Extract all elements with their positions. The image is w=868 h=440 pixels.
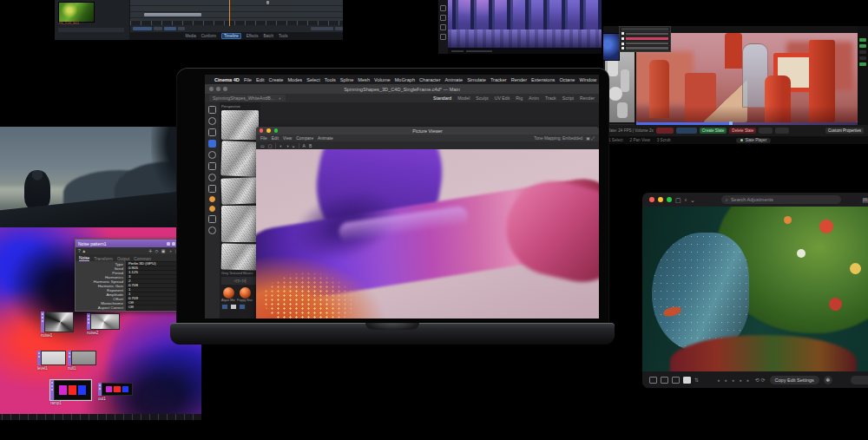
rotate-icons[interactable]: ⟲ ⟳	[755, 377, 766, 383]
menu-volume[interactable]: Volume	[374, 77, 391, 82]
tool-icon[interactable]	[440, 34, 446, 40]
transport-chip[interactable]	[466, 50, 492, 52]
move-tool-icon[interactable]	[208, 128, 216, 136]
bottom-tab[interactable]: Timeline	[221, 33, 241, 39]
tool-icon[interactable]	[440, 15, 446, 21]
status-pill[interactable]	[859, 50, 866, 54]
save-icon[interactable]: ▢	[268, 143, 273, 148]
layout-tab[interactable]: Sculpt	[476, 94, 488, 103]
bottom-tab[interactable]: Conform	[201, 34, 216, 38]
node-noise2[interactable]: noise2	[87, 313, 120, 330]
minimize-button[interactable]	[658, 197, 663, 202]
chevron-down-icon[interactable]: ⌄	[690, 197, 695, 203]
photo-editor-titlebar[interactable]: ▢ ‹ ⌄ ⌕ Search Adjustments ▤	[642, 193, 868, 207]
grid-view-icon[interactable]	[649, 377, 657, 384]
playhead[interactable]	[229, 0, 230, 26]
status-pill-green[interactable]	[859, 38, 866, 42]
bottom-tab[interactable]: Effects	[247, 34, 259, 38]
coord-dot-icon[interactable]	[209, 196, 215, 202]
custom-properties-button[interactable]: Custom Properties	[825, 128, 864, 134]
bottom-tab[interactable]: Batch	[264, 34, 274, 38]
panel-icons[interactable]: ▣ ⤢	[586, 136, 595, 141]
share-icon[interactable]: ▤	[862, 197, 868, 203]
menu-character[interactable]: Character	[419, 77, 441, 82]
menu-octane[interactable]: Octane	[559, 77, 575, 82]
gear-icon[interactable]: ✻	[824, 376, 832, 384]
layout-tab[interactable]: Script	[562, 94, 574, 103]
close-button[interactable]	[649, 197, 654, 202]
pv-menu-animate[interactable]: Animate	[318, 136, 333, 141]
tone-mapping-dropdown[interactable]: Tone Mapping: Embedded	[534, 136, 582, 141]
help-icon[interactable]: ? ▲	[78, 248, 86, 253]
menu-select[interactable]: Select	[306, 77, 320, 82]
back-icon[interactable]: ‹	[685, 197, 687, 203]
node-out1[interactable]: out1	[98, 383, 133, 396]
add-tab-icon[interactable]: ＋	[278, 95, 282, 102]
menu-simulate[interactable]: Simulate	[467, 77, 486, 82]
menu-edit[interactable]: Edit	[256, 77, 265, 82]
zoom-slider[interactable]	[133, 27, 152, 30]
timeline-clip[interactable]	[269, 13, 292, 16]
compare-bottom-icon[interactable]: ◒	[293, 143, 295, 148]
window-controls[interactable]	[649, 197, 672, 202]
layout-tab[interactable]: Render	[580, 94, 595, 103]
version-a-icon[interactable]: A	[303, 143, 306, 148]
color-chip[interactable]	[239, 304, 246, 310]
pv-menu-file[interactable]: File	[260, 136, 267, 141]
timeline-clip[interactable]	[144, 13, 201, 16]
mini-viewer-thumbnail[interactable]	[603, 33, 620, 61]
open-folder-icon[interactable]: ▭	[260, 143, 265, 148]
c4d-window-titlebar[interactable]: SpinningShapes_3D_C4D_SingleFrame.c4d* —…	[205, 84, 599, 94]
menu-file[interactable]: File	[244, 77, 252, 82]
node-ramp1[interactable]: ramp1	[49, 379, 92, 401]
clip-thumbnail[interactable]	[58, 2, 95, 23]
color-chip[interactable]	[230, 304, 237, 310]
toolbar-chip[interactable]	[335, 27, 343, 30]
viewport-label[interactable]: Perspective	[221, 104, 259, 108]
bottom-tab[interactable]: Tools	[279, 34, 288, 38]
timeline-clip[interactable]	[144, 7, 203, 10]
layout-tab[interactable]: Anim	[529, 94, 539, 103]
color-chip[interactable]	[221, 304, 228, 310]
crop-button[interactable]	[759, 128, 773, 134]
layout-tab[interactable]: UV Edit	[495, 94, 510, 103]
toolbar-chip[interactable]	[311, 27, 333, 30]
menu-animate[interactable]: Animate	[445, 77, 464, 82]
timeline-clip[interactable]	[266, 1, 269, 4]
compare-half-icon2[interactable]: ◑	[286, 143, 289, 148]
document-tab[interactable]: SpinningShapes_WhiteAndB…＋	[209, 95, 286, 102]
menu-mesh[interactable]: Mesh	[358, 77, 370, 82]
flip-button[interactable]	[775, 128, 789, 134]
toolbar-chip[interactable]	[154, 27, 162, 30]
parameter-value-field[interactable]: Off	[126, 305, 181, 311]
zoom-button[interactable]	[667, 197, 672, 202]
filmstrip-view-icon[interactable]	[661, 377, 668, 384]
menu-mograph[interactable]: MoGraph	[395, 77, 415, 82]
timeline-clip[interactable]	[205, 13, 267, 16]
menu-spline[interactable]: Spline	[340, 77, 354, 82]
node-noise1[interactable]: noise1	[41, 312, 74, 332]
search-input[interactable]: ⌕ Search Adjustments	[721, 195, 841, 204]
layout-tab[interactable]: Track	[545, 94, 556, 103]
split-view-icon[interactable]	[672, 377, 680, 384]
transport-chip[interactable]	[451, 50, 464, 52]
node-null1[interactable]: null1	[68, 351, 96, 365]
bottom-tab[interactable]: Media	[185, 34, 195, 38]
active-tool-icon[interactable]	[208, 140, 216, 148]
menu-create[interactable]: Create	[269, 77, 284, 82]
compare-half-icon[interactable]: ◐	[279, 143, 282, 148]
coord-dot-icon[interactable]	[209, 206, 215, 212]
delete-slate-button[interactable]: Delete Slate	[729, 128, 756, 134]
picture-viewer-titlebar[interactable]: Picture Viewer	[256, 127, 599, 135]
sidebar-toggle-icon[interactable]: ▢	[675, 197, 681, 203]
pen-tool-icon[interactable]	[208, 215, 216, 223]
status-pill-green[interactable]	[859, 62, 866, 66]
pv-menu-view[interactable]: View	[283, 136, 292, 141]
layout-tab[interactable]: Model	[457, 94, 470, 103]
annotate-button[interactable]	[656, 128, 674, 134]
modeling-tool-icon[interactable]	[208, 227, 216, 234]
layout-tab[interactable]: Standard	[433, 94, 451, 103]
slate-player-badge[interactable]: Slate Player	[736, 138, 771, 143]
menu-tools[interactable]: Tools	[325, 77, 336, 82]
status-pill[interactable]	[859, 56, 866, 60]
